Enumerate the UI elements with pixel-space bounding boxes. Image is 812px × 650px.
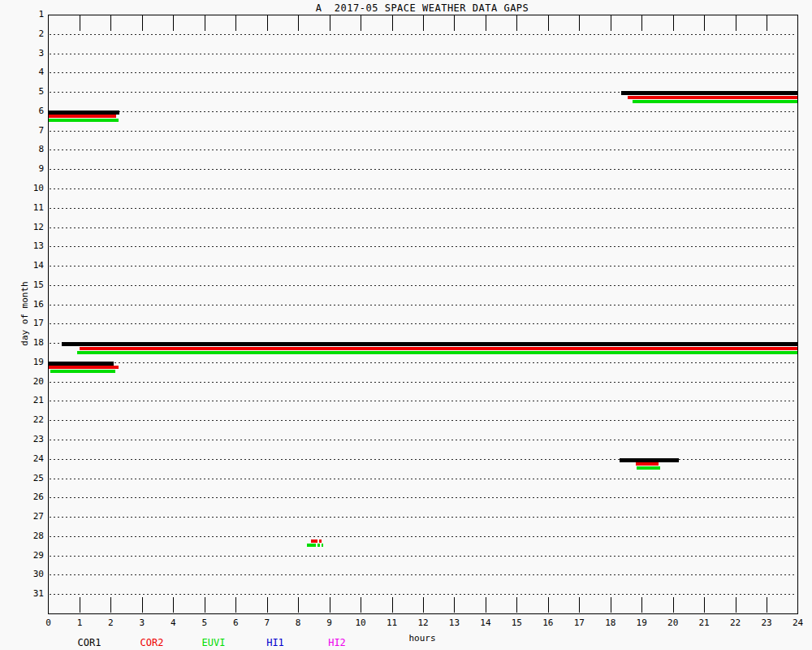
gap-bar-euvi-day5: [633, 100, 798, 103]
y-tick-label: 18: [23, 338, 44, 348]
gap-bar-cor2-day19: [49, 366, 119, 369]
x-tick-label: 7: [255, 618, 279, 628]
x-tick-label: 1: [67, 618, 92, 628]
gap-bar-euvi-day19: [50, 370, 115, 373]
gridline-day-29: [50, 556, 797, 557]
gridline-day-31: [50, 594, 797, 595]
x-tick-top: [173, 15, 174, 31]
y-tick-label: 5: [23, 87, 44, 97]
y-tick-label: 1: [23, 10, 44, 20]
y-tick-label: 31: [23, 589, 44, 599]
y-tick-label: 26: [23, 492, 44, 502]
x-tick-bottom: [579, 597, 580, 613]
gap-bar-euvi-day24: [637, 466, 660, 470]
x-tick-bottom: [392, 597, 393, 613]
gap-bar-cor1-day24: [620, 458, 679, 462]
legend-item-euvi: EUVI: [202, 637, 226, 648]
x-tick-top: [579, 15, 580, 31]
gridline-day-6: [50, 111, 797, 112]
x-tick-bottom: [361, 597, 361, 613]
legend-item-cor1: COR1: [78, 637, 102, 648]
x-tick-label: 22: [723, 618, 748, 628]
gridline-day-2: [50, 34, 797, 35]
x-tick-bottom: [423, 597, 424, 613]
gridline-day-30: [50, 574, 797, 575]
x-tick-top: [454, 15, 455, 31]
gap-bar-cor1-day19: [49, 362, 114, 366]
gap-bar-euvi-day6: [49, 119, 119, 122]
gridline-day-9: [50, 169, 797, 170]
x-tick-label: 16: [536, 618, 560, 628]
x-tick-top: [767, 15, 767, 31]
x-tick-bottom: [548, 597, 549, 613]
x-tick-label: 2: [98, 618, 123, 628]
gap-bar-euvi-day28: [307, 544, 316, 547]
x-tick-top: [516, 15, 517, 31]
y-tick-label: 10: [23, 184, 44, 193]
x-tick-bottom: [173, 597, 174, 613]
x-tick-bottom: [80, 597, 80, 613]
gridline-day-13: [50, 246, 797, 247]
gap-bar-cor2-day28: [311, 540, 317, 543]
x-tick-bottom: [704, 597, 705, 613]
gridline-day-4: [50, 72, 797, 73]
x-tick-bottom: [110, 597, 111, 613]
x-tick-bottom: [486, 597, 486, 613]
x-tick-top: [330, 15, 330, 31]
x-tick-top: [486, 15, 486, 31]
x-tick-top: [361, 15, 361, 31]
gridline-day-7: [50, 131, 797, 132]
x-tick-bottom: [298, 597, 299, 613]
gridline-day-17: [50, 323, 797, 324]
x-tick-bottom: [611, 597, 611, 613]
x-tick-top: [736, 15, 736, 31]
y-tick-label: 17: [23, 318, 44, 328]
x-tick-label: 20: [661, 618, 685, 628]
gridline-day-14: [50, 266, 797, 266]
y-tick-label: 11: [23, 203, 44, 213]
x-tick-bottom: [142, 597, 143, 613]
x-tick-bottom: [267, 597, 268, 613]
y-tick-label: 19: [23, 358, 44, 367]
plot-area: [48, 15, 798, 614]
y-tick-label: 8: [23, 145, 44, 154]
x-tick-top: [80, 15, 80, 31]
y-tick-label: 22: [23, 415, 44, 425]
x-tick-bottom: [767, 597, 767, 613]
x-tick-top: [704, 15, 705, 31]
y-tick-label: 21: [23, 396, 44, 405]
gridline-day-20: [50, 382, 797, 383]
y-tick-label: 4: [23, 67, 44, 77]
gridline-day-25: [50, 479, 797, 479]
x-tick-label: 6: [223, 618, 248, 628]
y-axis-label: day of month: [19, 281, 30, 345]
y-tick-label: 13: [23, 241, 44, 251]
x-tick-top: [235, 15, 236, 31]
x-tick-label: 14: [473, 618, 498, 628]
x-tick-label: 18: [598, 618, 623, 628]
gap-bar-cor1-day18: [62, 342, 798, 346]
gap-bar-cor2-day24: [636, 462, 659, 466]
gap-bar-cor1-day6: [49, 110, 119, 115]
x-axis-label: hours: [408, 633, 435, 644]
y-tick-label: 23: [23, 435, 44, 444]
gap-bar-euvi-day18: [77, 351, 798, 354]
gridline-day-16: [50, 305, 797, 306]
x-tick-top: [392, 15, 393, 31]
y-tick-label: 7: [23, 126, 44, 136]
y-tick-label: 28: [23, 531, 44, 541]
y-tick-label: 16: [23, 300, 44, 310]
gap-bar-cor2-day5: [628, 96, 798, 99]
x-tick-label: 5: [192, 618, 217, 628]
gap-bar-cor2-day6: [49, 115, 116, 118]
x-tick-label: 10: [348, 618, 373, 628]
x-tick-bottom: [205, 597, 205, 613]
x-tick-label: 13: [442, 618, 466, 628]
y-tick-label: 14: [23, 261, 44, 271]
x-tick-label: 23: [754, 618, 779, 628]
x-tick-top: [267, 15, 268, 31]
y-tick-label: 6: [23, 106, 44, 116]
gridline-day-10: [50, 188, 797, 189]
y-tick-label: 3: [23, 49, 44, 58]
gridline-day-12: [50, 228, 797, 228]
